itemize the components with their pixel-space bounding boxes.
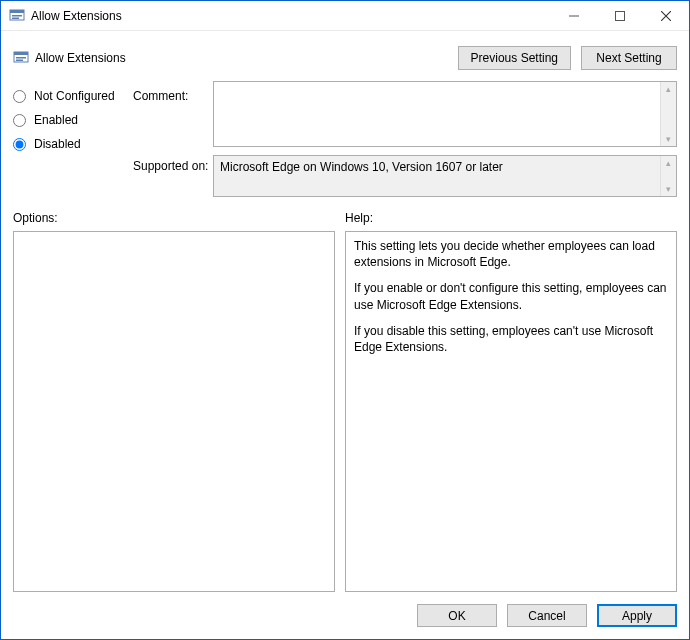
radio-not-configured[interactable]: Not Configured [13,89,133,103]
minimize-button[interactable] [551,1,597,31]
help-text-2: If you enable or don't configure this se… [354,280,668,312]
svg-rect-3 [12,17,19,19]
apply-button[interactable]: Apply [597,604,677,627]
svg-rect-2 [12,15,22,17]
scrollbar[interactable]: ▴▾ [660,82,676,146]
radio-not-configured-input[interactable] [13,90,26,103]
scroll-up-icon: ▴ [666,84,671,94]
supported-on-field: Microsoft Edge on Windows 10, Version 16… [213,155,677,197]
svg-rect-4 [616,11,625,20]
radio-enabled-label: Enabled [34,113,78,127]
svg-rect-7 [16,57,26,59]
svg-rect-1 [10,10,24,13]
options-panel [13,231,335,592]
policy-name-label: Allow Extensions [13,50,126,66]
radio-enabled-input[interactable] [13,114,26,127]
help-text-1: This setting lets you decide whether emp… [354,238,668,270]
help-label: Help: [345,211,373,225]
scrollbar[interactable]: ▴▾ [660,156,676,196]
gpedit-icon [13,50,29,66]
svg-rect-8 [16,60,23,62]
title-bar[interactable]: Allow Extensions [1,1,689,31]
dialog-body: Allow Extensions Previous Setting Next S… [1,31,689,639]
window-title: Allow Extensions [31,9,122,23]
comment-label: Comment: [133,81,213,147]
cancel-button[interactable]: Cancel [507,604,587,627]
ok-button[interactable]: OK [417,604,497,627]
comment-field[interactable]: ▴▾ [213,81,677,147]
scroll-up-icon: ▴ [666,158,671,168]
maximize-button[interactable] [597,1,643,31]
radio-disabled-label: Disabled [34,137,81,151]
policy-name-text: Allow Extensions [35,51,126,65]
svg-rect-6 [14,52,28,55]
radio-disabled-input[interactable] [13,138,26,151]
radio-disabled[interactable]: Disabled [13,137,133,151]
scroll-down-icon: ▾ [666,184,671,194]
gpedit-icon [9,8,25,24]
supported-on-label: Supported on: [133,155,213,197]
dialog-window: Allow Extensions Allow E [0,0,690,640]
next-setting-button[interactable]: Next Setting [581,46,677,70]
previous-setting-button[interactable]: Previous Setting [458,46,571,70]
help-panel: This setting lets you decide whether emp… [345,231,677,592]
radio-enabled[interactable]: Enabled [13,113,133,127]
radio-not-configured-label: Not Configured [34,89,115,103]
close-button[interactable] [643,1,689,31]
options-label: Options: [13,211,345,225]
scroll-down-icon: ▾ [666,134,671,144]
dialog-footer: OK Cancel Apply [13,592,677,627]
supported-on-text: Microsoft Edge on Windows 10, Version 16… [220,160,503,174]
help-text-3: If you disable this setting, employees c… [354,323,668,355]
